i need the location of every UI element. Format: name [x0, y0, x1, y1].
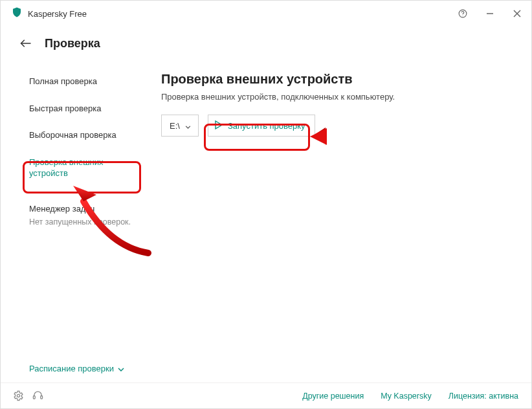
app-window: Kaspersky Free Проверка Полная проверка … [0, 0, 532, 409]
footer: Другие решения My Kaspersky Лицензия: ак… [1, 382, 531, 408]
minimize-button[interactable] [483, 7, 496, 20]
chevron-down-icon [118, 364, 124, 373]
app-logo-icon [11, 6, 23, 21]
back-button[interactable] [16, 34, 36, 53]
drive-select-value: E:\ [170, 121, 180, 131]
controls-row: E:\ Запустить проверку [161, 115, 505, 137]
sidebar-item-external-scan[interactable]: Проверка внешних устройств [29, 149, 135, 187]
svg-rect-8 [33, 396, 35, 399]
chevron-down-icon [185, 121, 191, 131]
sidebar-item-selective-scan[interactable]: Выборочная проверка [29, 122, 135, 149]
title-bar: Kaspersky Free [1, 1, 531, 27]
svg-point-1 [463, 16, 463, 16]
sidebar-item-quick-scan[interactable]: Быстрая проверка [29, 95, 135, 122]
footer-link-license[interactable]: Лицензия: активна [449, 392, 518, 401]
close-button[interactable] [511, 7, 524, 20]
window-controls [456, 7, 524, 20]
footer-links: Другие решения My Kaspersky Лицензия: ак… [302, 392, 518, 401]
footer-link-my-kaspersky[interactable]: My Kaspersky [381, 392, 432, 401]
schedule-label: Расписание проверки [29, 364, 114, 373]
svg-rect-9 [40, 396, 42, 399]
app-title: Kaspersky Free [28, 9, 456, 19]
sidebar: Полная проверка Быстрая проверка Выбороч… [1, 60, 150, 382]
main-content: Проверка внешних устройств Проверка внеш… [150, 60, 531, 382]
settings-icon[interactable] [11, 389, 25, 403]
svg-point-7 [17, 394, 19, 397]
run-scan-label: Запустить проверку [228, 121, 305, 131]
task-manager-title: Менеджер задач [29, 204, 135, 214]
drive-select[interactable]: E:\ [161, 115, 199, 137]
svg-marker-6 [216, 121, 222, 129]
footer-link-other-solutions[interactable]: Другие решения [302, 392, 364, 401]
content-heading: Проверка внешних устройств [161, 72, 505, 87]
support-icon[interactable] [30, 389, 45, 403]
page-title: Проверка [45, 37, 100, 50]
help-button[interactable] [456, 7, 469, 20]
page-header: Проверка [1, 27, 531, 60]
schedule-link[interactable]: Расписание проверки [29, 364, 135, 382]
sidebar-item-full-scan[interactable]: Полная проверка [29, 68, 135, 95]
content-description: Проверка внешних устройств, подключенных… [161, 92, 505, 102]
play-icon [215, 120, 223, 131]
run-scan-button[interactable]: Запустить проверку [208, 115, 315, 137]
body: Полная проверка Быстрая проверка Выбороч… [1, 60, 531, 382]
task-manager-subtitle: Нет запущенных проверок. [29, 217, 135, 227]
